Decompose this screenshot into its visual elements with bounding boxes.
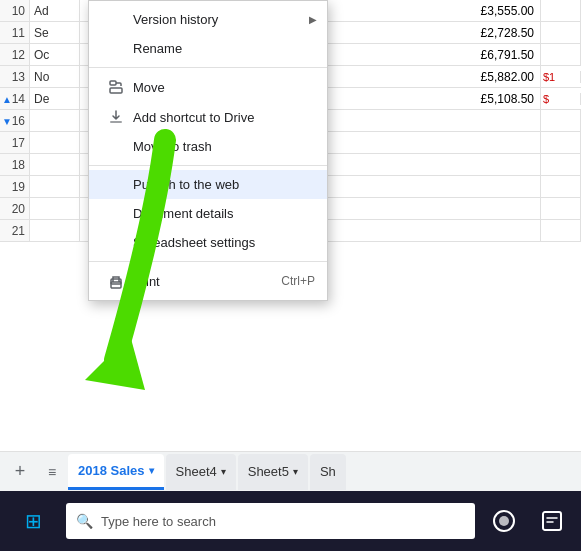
- sheet-tab-bar: + ≡ 2018 Sales ▾ Sheet4 ▾ Sheet5 ▾ Sh: [0, 451, 581, 491]
- sheet-menu-button[interactable]: ≡: [36, 456, 68, 488]
- svg-rect-1: [110, 88, 122, 93]
- row-number: 12: [0, 44, 30, 65]
- windows-logo-icon: ⊞: [25, 509, 42, 533]
- tab-label-sheet5: Sheet5: [248, 464, 289, 479]
- cell-flag-14: $: [541, 93, 581, 105]
- svg-point-9: [499, 516, 509, 526]
- svg-rect-2: [110, 121, 122, 123]
- cell-a14: De: [30, 88, 80, 109]
- menu-label-document-details: Document details: [133, 206, 233, 221]
- svg-rect-10: [543, 512, 561, 530]
- menu-item-print[interactable]: Print Ctrl+P: [89, 266, 327, 296]
- menu-item-rename[interactable]: Rename: [89, 34, 327, 63]
- row-number: ▼ 16: [0, 110, 30, 131]
- row-number: 18: [0, 154, 30, 175]
- tab-label-2018-sales: 2018 Sales: [78, 463, 145, 478]
- windows-start-button[interactable]: ⊞: [8, 499, 58, 543]
- menu-label-move-to-trash: Move to trash: [133, 139, 212, 154]
- menu-label-publish-web: Publish to the web: [133, 177, 239, 192]
- row-number: 17: [0, 132, 30, 153]
- menu-label-rename: Rename: [133, 41, 182, 56]
- windows-search-bar[interactable]: 🔍 Type here to search: [66, 503, 475, 539]
- tab-label-sh: Sh: [320, 464, 336, 479]
- menu-divider-2: [89, 165, 327, 166]
- menu-divider-3: [89, 261, 327, 262]
- row-number: 21: [0, 220, 30, 241]
- cell-money-14: £5,108.50: [451, 88, 541, 109]
- row-number: 20: [0, 198, 30, 219]
- svg-point-5: [119, 281, 121, 283]
- tab-dropdown-icon-2018: ▾: [149, 465, 154, 476]
- tab-2018-sales[interactable]: 2018 Sales ▾: [68, 454, 164, 490]
- menu-item-move-to-trash[interactable]: Move to trash: [89, 132, 327, 161]
- print-shortcut: Ctrl+P: [281, 274, 315, 288]
- search-placeholder-text: Type here to search: [101, 514, 216, 529]
- menu-item-add-shortcut[interactable]: Add shortcut to Drive: [89, 102, 327, 132]
- cell-a11: Se: [30, 22, 80, 43]
- menu-label-version-history: Version history: [133, 12, 218, 27]
- tab-label-sheet4: Sheet4: [176, 464, 217, 479]
- svg-rect-3: [111, 282, 121, 288]
- menu-label-print: Print: [133, 274, 160, 289]
- menu-item-version-history[interactable]: Version history: [89, 5, 327, 34]
- menu-label-move: Move: [133, 80, 165, 95]
- cell-flag-13: $1: [541, 71, 581, 83]
- cell-money-11: £2,728.50: [451, 22, 541, 43]
- menu-item-spreadsheet-settings[interactable]: Spreadsheet settings: [89, 228, 327, 257]
- move-icon: [105, 79, 127, 95]
- row-number: 19: [0, 176, 30, 197]
- cell-a13: No: [30, 66, 80, 87]
- menu-label-spreadsheet-settings: Spreadsheet settings: [133, 235, 255, 250]
- search-icon: 🔍: [76, 513, 93, 529]
- add-icon: +: [15, 461, 26, 482]
- menu-item-document-details[interactable]: Document details: [89, 199, 327, 228]
- cell-money-13: £5,882.00: [451, 66, 541, 87]
- row-number: 10: [0, 0, 30, 21]
- row-number: ▲ 14: [0, 88, 30, 109]
- tab-sh[interactable]: Sh: [310, 454, 346, 490]
- menu-divider-1: [89, 67, 327, 68]
- tab-dropdown-icon-sheet4: ▾: [221, 466, 226, 477]
- row-number: 13: [0, 66, 30, 87]
- tab-dropdown-icon-sheet5: ▾: [293, 466, 298, 477]
- menu-item-move[interactable]: Move: [89, 72, 327, 102]
- cortana-icon[interactable]: [483, 500, 525, 542]
- add-sheet-button[interactable]: +: [4, 456, 36, 488]
- row-number: 11: [0, 22, 30, 43]
- cell-money-10: £3,555.00: [451, 0, 541, 21]
- notification-icon[interactable]: [531, 500, 573, 542]
- context-menu: Version history Rename Move Add shortcut…: [88, 0, 328, 301]
- svg-rect-0: [110, 81, 116, 85]
- windows-taskbar: ⊞ 🔍 Type here to search: [0, 491, 581, 551]
- menu-lines-icon: ≡: [48, 464, 56, 480]
- print-icon: [105, 273, 127, 289]
- menu-item-publish-web[interactable]: Publish to the web: [89, 170, 327, 199]
- cell-money-12: £6,791.50: [451, 44, 541, 65]
- menu-label-add-shortcut: Add shortcut to Drive: [133, 110, 254, 125]
- tab-sheet4[interactable]: Sheet4 ▾: [166, 454, 236, 490]
- cell-a10: Ad: [30, 0, 80, 21]
- taskbar-right-icons: [483, 500, 573, 542]
- cell-a12: Oc: [30, 44, 80, 65]
- add-shortcut-icon: [105, 109, 127, 125]
- tab-sheet5[interactable]: Sheet5 ▾: [238, 454, 308, 490]
